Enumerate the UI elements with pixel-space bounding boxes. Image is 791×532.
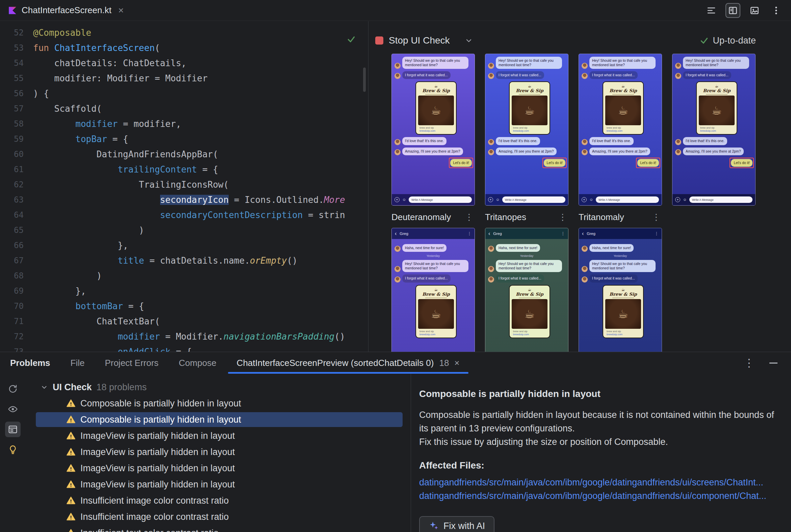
plus-icon[interactable]: + bbox=[675, 197, 680, 202]
tab-project-errors[interactable]: Project Errors bbox=[105, 352, 159, 374]
code-editor[interactable]: 52@Composable53fun ChatInterfaceScreen(5… bbox=[0, 21, 368, 352]
kebab-icon[interactable]: ⋮ bbox=[465, 212, 475, 223]
message-input[interactable]: Write A Message bbox=[689, 196, 753, 203]
line-number[interactable]: 64 bbox=[0, 208, 24, 223]
smiley-icon[interactable]: ☺ bbox=[495, 197, 500, 202]
tab-file[interactable]: File bbox=[71, 352, 85, 374]
code-line[interactable]: 65 ) bbox=[0, 223, 368, 238]
tool-window-title[interactable]: Problems bbox=[10, 352, 50, 374]
code-line[interactable]: 53fun ChatInterfaceScreen( bbox=[0, 40, 368, 56]
back-icon[interactable]: ‹ bbox=[489, 231, 490, 236]
problem-item[interactable]: Composable is partially hidden in layout bbox=[26, 395, 411, 412]
kebab-icon[interactable]: ⋮ bbox=[561, 231, 565, 236]
split-editor-icon[interactable] bbox=[725, 3, 740, 18]
line-number[interactable]: 62 bbox=[0, 177, 24, 192]
back-icon[interactable]: ‹ bbox=[395, 231, 397, 236]
problem-item[interactable]: Insufficient image color contrast ratio bbox=[26, 493, 411, 509]
kebab-icon[interactable]: ⋮ bbox=[467, 231, 472, 236]
ui-check-preview-phone[interactable]: ‹Greg⋮Haha, next time for sure!Yesterday… bbox=[391, 228, 475, 352]
problem-item[interactable]: ImageView is partially hidden in layout bbox=[26, 444, 411, 460]
code-line[interactable]: 73 onAddClick = { bbox=[0, 344, 368, 352]
affected-file-link[interactable]: datingandfriends/src/main/java/com/ibm/g… bbox=[419, 489, 777, 502]
code-line[interactable]: 67 title = chatDetails.name.orEmpty() bbox=[0, 253, 368, 268]
close-icon[interactable]: × bbox=[118, 5, 124, 16]
line-number[interactable]: 69 bbox=[0, 284, 24, 299]
ui-check-preview-phone[interactable]: ‹Greg⋮Haha, next time for sure!Yesterday… bbox=[578, 228, 662, 352]
ui-check-preview-phone[interactable]: ‹Greg⋮Haha, next time for sure!Yesterday… bbox=[485, 228, 568, 352]
lightbulb-icon[interactable] bbox=[5, 442, 21, 457]
tab-preview-active[interactable]: ChatInterfaceScreenPreview (sortedChatDe… bbox=[237, 352, 460, 374]
code-line[interactable]: 54 chatDetails: ChatDetails, bbox=[0, 56, 368, 71]
ui-check-preview-phone[interactable]: Hey! Should we go to that cafe you menti… bbox=[578, 54, 662, 206]
details-view-icon[interactable] bbox=[5, 422, 21, 437]
structure-view-icon[interactable] bbox=[704, 3, 719, 18]
minimize-icon[interactable] bbox=[769, 363, 777, 364]
ui-check-preview-phone[interactable]: Hey! Should we go to that cafe you menti… bbox=[672, 54, 756, 206]
line-number[interactable]: 65 bbox=[0, 223, 24, 238]
problem-item[interactable]: ImageView is partially hidden in layout bbox=[26, 460, 411, 476]
line-number[interactable]: 59 bbox=[0, 132, 24, 147]
code-line[interactable]: 72 modifier = Modifier.navigationBarsPad… bbox=[0, 329, 368, 344]
code-line[interactable]: 59 topBar = { bbox=[0, 132, 368, 147]
editor-tab[interactable]: ChatInterfaceScreen.kt × bbox=[0, 0, 132, 21]
line-number[interactable]: 58 bbox=[0, 116, 24, 132]
line-number[interactable]: 52 bbox=[0, 25, 24, 40]
line-number[interactable]: 66 bbox=[0, 238, 24, 253]
problem-item[interactable]: Composable is partially hidden in layout bbox=[26, 412, 411, 428]
code-line[interactable]: 66 }, bbox=[0, 238, 368, 253]
code-line[interactable]: 60 DatingAndFriendsAppBar( bbox=[0, 147, 368, 162]
line-number[interactable]: 61 bbox=[0, 162, 24, 177]
code-line[interactable]: 58 modifier = modifier, bbox=[0, 116, 368, 132]
line-number[interactable]: 55 bbox=[0, 71, 24, 86]
chevron-down-icon[interactable] bbox=[40, 383, 48, 391]
editor-scrollbar[interactable] bbox=[363, 68, 366, 92]
problem-item[interactable]: Insufficient image color contrast ratio bbox=[26, 509, 411, 525]
problem-item[interactable]: ImageView is partially hidden in layout bbox=[26, 428, 411, 444]
smiley-icon[interactable]: ☺ bbox=[589, 197, 594, 202]
plus-icon[interactable]: + bbox=[582, 197, 587, 202]
line-number[interactable]: 56 bbox=[0, 86, 24, 101]
fix-with-ai-button[interactable]: Fix with AI bbox=[419, 516, 494, 532]
line-number[interactable]: 71 bbox=[0, 314, 24, 329]
problem-item[interactable]: Insufficient text color contrast ratio bbox=[26, 525, 411, 532]
tab-compose[interactable]: Compose bbox=[179, 352, 216, 374]
code-line[interactable]: 52@Composable bbox=[0, 25, 368, 40]
kebab-icon[interactable]: ⋮ bbox=[652, 212, 662, 223]
more-vertical-icon[interactable]: ⋮ bbox=[744, 357, 755, 369]
message-input[interactable]: Write A Message bbox=[596, 196, 659, 203]
inspections-ok-icon[interactable] bbox=[347, 35, 356, 45]
line-number[interactable]: 68 bbox=[0, 268, 24, 284]
refresh-icon[interactable] bbox=[5, 381, 21, 397]
chevron-down-icon[interactable] bbox=[465, 36, 473, 44]
message-input[interactable]: Write A Message bbox=[409, 196, 472, 203]
kebab-icon[interactable]: ⋮ bbox=[558, 212, 568, 223]
ui-check-preview-phone[interactable]: Hey! Should we go to that cafe you menti… bbox=[391, 54, 475, 206]
plus-icon[interactable]: + bbox=[394, 197, 400, 202]
code-line[interactable]: 64 secondaryContentDescription = strin bbox=[0, 208, 368, 223]
kebab-icon[interactable]: ⋮ bbox=[655, 231, 659, 236]
code-line[interactable]: 70 bottomBar = { bbox=[0, 299, 368, 314]
line-number[interactable]: 57 bbox=[0, 101, 24, 116]
code-line[interactable]: 61 trailingContent = { bbox=[0, 162, 368, 177]
line-number[interactable]: 60 bbox=[0, 147, 24, 162]
message-input[interactable]: Write A Message bbox=[502, 196, 565, 203]
line-number[interactable]: 72 bbox=[0, 329, 24, 344]
line-number[interactable]: 53 bbox=[0, 40, 24, 56]
code-line[interactable]: 69 }, bbox=[0, 284, 368, 299]
affected-file-link[interactable]: datingandfriends/src/main/java/com/ibm/g… bbox=[419, 476, 777, 489]
line-number[interactable]: 73 bbox=[0, 344, 24, 352]
ui-check-preview-icon[interactable] bbox=[747, 3, 762, 18]
back-icon[interactable]: ‹ bbox=[582, 231, 584, 236]
line-number[interactable]: 67 bbox=[0, 253, 24, 268]
plus-icon[interactable]: + bbox=[488, 197, 493, 202]
code-line[interactable]: 71 ChatTextBar( bbox=[0, 314, 368, 329]
eye-icon[interactable] bbox=[5, 401, 21, 417]
ui-check-preview-phone[interactable]: Hey! Should we go to that cafe you menti… bbox=[485, 54, 568, 206]
line-number[interactable]: 63 bbox=[0, 192, 24, 208]
problems-group[interactable]: UI Check 18 problems bbox=[26, 379, 411, 395]
line-number[interactable]: 70 bbox=[0, 299, 24, 314]
code-line[interactable]: 68 ) bbox=[0, 268, 368, 284]
line-number[interactable]: 54 bbox=[0, 56, 24, 71]
smiley-icon[interactable]: ☺ bbox=[402, 197, 407, 202]
stop-ui-check-button[interactable]: Stop UI Check bbox=[375, 35, 450, 46]
